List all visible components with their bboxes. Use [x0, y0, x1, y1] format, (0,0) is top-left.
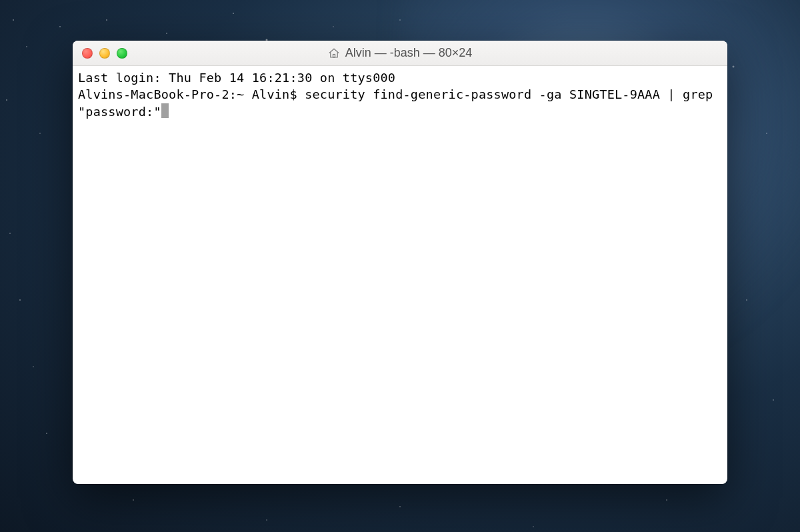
- window-titlebar[interactable]: Alvin — -bash — 80×24: [73, 41, 727, 66]
- text-cursor: [161, 103, 169, 118]
- close-button[interactable]: [82, 48, 93, 59]
- zoom-button[interactable]: [117, 48, 127, 59]
- window-title-text: Alvin — -bash — 80×24: [345, 46, 473, 60]
- svg-rect-0: [333, 54, 335, 57]
- last-login-line: Last login: Thu Feb 14 16:21:30 on ttys0…: [78, 71, 395, 85]
- shell-prompt: Alvins-MacBook-Pro-2:~ Alvin$: [78, 87, 305, 101]
- window-title: Alvin — -bash — 80×24: [73, 46, 727, 60]
- terminal-window: Alvin — -bash — 80×24 Last login: Thu Fe…: [73, 41, 727, 484]
- home-icon: [328, 47, 340, 59]
- traffic-lights: [82, 48, 127, 59]
- minimize-button[interactable]: [99, 48, 110, 59]
- terminal-body[interactable]: Last login: Thu Feb 14 16:21:30 on ttys0…: [73, 66, 727, 484]
